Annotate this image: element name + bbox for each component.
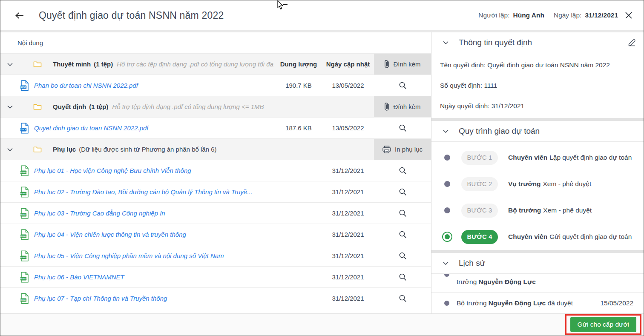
creator-name: Hùng Anh — [513, 11, 544, 19]
file-link[interactable]: Phụ lục 03 - Trường Cao đẳng Công nghiệp… — [34, 210, 165, 217]
chevron-down-icon — [7, 105, 13, 109]
file-link[interactable]: Phụ lục 02 - Trường Đào tạo, Bồi dưỡng c… — [34, 188, 253, 195]
file-name-cell: BUMAS Phụ lục 02 - Trường Đào tạo, Bồi d… — [0, 181, 275, 202]
step-dot — [444, 155, 450, 161]
svg-text:BUMAS: BUMAS — [20, 235, 27, 237]
file-updated: 31/12/2021 — [322, 267, 374, 287]
collapse-toggle[interactable] — [7, 148, 13, 151]
file-name-cell: BUMAS Phụ lục 06 - Báo VIETNAMNET — [0, 267, 275, 287]
window-footer: Gửi cho cấp dưới — [0, 313, 644, 336]
collapse-toggle[interactable] — [7, 105, 13, 109]
preview-file-button[interactable] — [399, 273, 407, 281]
group-title: Phụ lục — [53, 146, 76, 153]
file-updated: 31/12/2021 — [322, 160, 374, 181]
table-content-header: Nội dung — [0, 32, 431, 54]
preview-file-button[interactable] — [399, 167, 407, 175]
decision-date-line: Ngày quyết định: 31/12/2021 — [440, 101, 635, 111]
preview-file-button[interactable] — [399, 294, 407, 302]
step-badge: BƯỚC 2 — [461, 177, 498, 191]
svg-text:BUMAS: BUMAS — [20, 256, 27, 258]
bumas-file-icon: BUMAS — [20, 229, 29, 240]
section-title: Thông tin quyết định — [459, 38, 532, 47]
preview-file-button[interactable] — [399, 209, 407, 217]
docx-file-icon: DOCX — [20, 80, 29, 91]
magnifier-icon — [399, 230, 407, 238]
column-header-size: Dung lượng — [275, 54, 322, 75]
step-description: Chuyên viênLập quyết định giao dự toán — [508, 154, 632, 161]
decision-name-line: Tên quyết định: Quyết định giao dự toán … — [440, 60, 635, 70]
bumas-file-icon: BUMAS — [20, 293, 29, 304]
group-hint: Hỗ trợ các tệp định dạng .pdf có tổng du… — [117, 60, 275, 68]
file-link[interactable]: Quyet dinh giao du toan NSNN 2022.pdf — [34, 124, 149, 132]
step-role: Chuyên viên — [508, 154, 547, 161]
created-date-label: Ngày lập: — [554, 11, 581, 19]
file-link[interactable]: Phan bo dư toan chi NSNN 2022.pdf — [34, 82, 138, 89]
decision-info: Tên quyết định: Quyết định giao dự toán … — [431, 53, 644, 118]
workflow-steps: BƯỚC 1 Chuyên viênLập quyết định giao dự… — [431, 142, 644, 250]
group-name-cell: Thuyết minh (1 tệp) Hỗ trợ các tệp định … — [0, 54, 275, 75]
magnifier-icon — [399, 124, 407, 132]
file-link[interactable]: Phụ lục 06 - Báo VIETNAMNET — [34, 273, 124, 281]
step-description: Bộ trưởngXem - phê duyệt — [508, 207, 592, 214]
step-role: Vụ trưởng — [508, 180, 541, 187]
step-badge: BƯỚC 3 — [461, 204, 498, 218]
close-button[interactable] — [625, 11, 632, 19]
file-link[interactable]: Phụ lục 05 - Viện Công nghiệp phần mềm v… — [34, 252, 224, 259]
file-row: BUMAS Phụ lục 06 - Báo VIETNAMNET 31/12/… — [0, 267, 431, 288]
history-list: trưởng Nguyễn Động Lực Bộ trưởng Nguyễn … — [431, 274, 644, 313]
collapse-toggle[interactable] — [443, 261, 448, 265]
preview-file-button[interactable] — [399, 124, 407, 132]
history-text: trưởng Nguyễn Động Lực — [457, 278, 633, 286]
history-dot — [444, 274, 449, 277]
details-panel: Thông tin quyết định Tên quyết định: Quy… — [431, 32, 644, 313]
file-size: 187.6 KB — [275, 118, 322, 138]
step-action: Xem - phê duyệt — [543, 207, 592, 214]
preview-file-button[interactable] — [399, 81, 407, 89]
section-divider — [431, 250, 644, 253]
group-title: Thuyết minh — [53, 60, 91, 68]
file-row: BUMAS Phụ lục 04 - Viện chiến lược thông… — [0, 224, 431, 245]
file-updated: 31/12/2021 — [322, 224, 374, 245]
file-link[interactable]: Phụ lục 07 - Tạp chí Thông tin và Truyền… — [34, 295, 167, 302]
bumas-file-icon: BUMAS — [20, 187, 29, 198]
file-link[interactable]: Phụ lục 04 - Viện chiến lược thông tin v… — [34, 231, 186, 238]
created-date-value: 31/12/2021 — [585, 11, 618, 19]
send-to-subordinates-button[interactable]: Gửi cho cấp dưới — [570, 317, 636, 332]
magnifier-icon — [399, 252, 407, 260]
history-dot — [444, 301, 449, 306]
preview-file-button[interactable] — [399, 230, 407, 238]
file-link[interactable]: Phụ lục 01 - Học viện Công nghệ Bưu chín… — [34, 167, 191, 174]
group-row-thuyet-minh: Thuyết minh (1 tệp) Hỗ trợ các tệp định … — [0, 54, 431, 75]
back-button[interactable] — [15, 12, 24, 19]
svg-text:DOCX: DOCX — [20, 86, 26, 88]
bumas-file-icon: BUMAS — [20, 272, 29, 283]
folder-icon — [33, 61, 42, 68]
magnifier-icon — [399, 81, 407, 89]
magnifier-icon — [399, 167, 407, 175]
preview-file-button[interactable] — [399, 188, 407, 196]
file-row: BUMAS Phụ lục 03 - Trường Cao đẳng Công … — [0, 203, 431, 224]
group-note: (Dữ liệu được sinh từ Phương án phân bổ … — [79, 146, 216, 153]
file-row: DOCX Quyet dinh giao du toan NSNN 2022.p… — [0, 118, 431, 139]
magnifier-icon — [399, 188, 407, 196]
file-name-cell: BUMAS Phụ lục 07 - Tạp chí Thông tin và … — [0, 288, 275, 309]
window-header: Quyết định giao dự toán NSNN năm 2022 Ng… — [0, 0, 644, 32]
collapse-toggle[interactable] — [7, 63, 13, 66]
step-badge: BƯỚC 1 — [461, 151, 498, 165]
bumas-file-icon: BUMAS — [20, 250, 29, 261]
file-updated: 31/12/2021 — [322, 181, 374, 202]
svg-text:DOCX: DOCX — [20, 129, 26, 131]
preview-file-button[interactable] — [399, 252, 407, 260]
attach-button[interactable]: Đính kèm — [374, 96, 431, 117]
collapse-toggle[interactable] — [443, 129, 448, 133]
section-history-header: Lịch sử — [431, 253, 644, 274]
file-name-cell: BUMAS Phụ lục 05 - Viện Công nghiệp phần… — [0, 245, 275, 266]
edit-decision-button[interactable] — [628, 39, 636, 47]
print-appendix-button[interactable]: In phụ lục — [374, 139, 431, 160]
chevron-down-icon — [443, 41, 448, 44]
attach-button[interactable]: Đính kèm — [374, 54, 431, 75]
chevron-down-icon — [443, 261, 448, 265]
file-updated: 31/12/2021 — [322, 288, 374, 309]
collapse-toggle[interactable] — [443, 41, 448, 44]
attach-button-label: Đính kèm — [393, 60, 420, 68]
